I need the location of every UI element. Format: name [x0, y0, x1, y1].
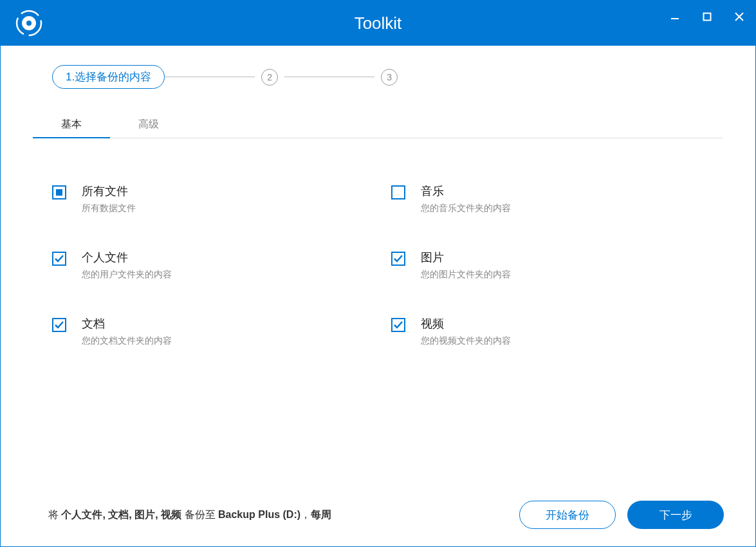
tab-advanced[interactable]: 高级	[129, 111, 168, 138]
checkbox-all-files[interactable]	[52, 185, 66, 199]
option-desc: 您的用户文件夹的内容	[82, 269, 365, 281]
checkbox-documents[interactable]	[52, 318, 66, 332]
check-icon	[54, 254, 64, 264]
option-music: 音乐 您的音乐文件夹的内容	[391, 183, 705, 214]
step-1: 1.选择备份的内容	[52, 65, 165, 89]
checkbox-videos[interactable]	[391, 318, 405, 332]
option-videos: 视频 您的视频文件夹的内容	[391, 316, 705, 347]
close-button[interactable]	[723, 1, 755, 33]
footer: 将 个人文件, 文档, 图片, 视频 备份至 Backup Plus (D:)，…	[0, 483, 756, 547]
option-documents: 文档 您的文档文件夹的内容	[52, 316, 365, 347]
step-2: 2	[261, 69, 278, 86]
indeterminate-icon	[56, 189, 62, 196]
option-title: 图片	[421, 250, 705, 265]
step-connector	[284, 77, 374, 77]
option-title: 文档	[82, 316, 365, 331]
titlebar: Toolkit	[1, 1, 755, 46]
backup-summary: 将 个人文件, 文档, 图片, 视频 备份至 Backup Plus (D:)，…	[48, 508, 508, 522]
checkbox-music[interactable]	[391, 185, 405, 199]
option-desc: 所有数据文件	[82, 203, 365, 214]
step-connector	[165, 77, 255, 77]
maximize-button[interactable]	[691, 1, 723, 33]
option-all-files: 所有文件 所有数据文件	[52, 183, 365, 214]
app-title: Toolkit	[355, 14, 402, 33]
option-desc: 您的音乐文件夹的内容	[421, 203, 705, 214]
option-title: 个人文件	[82, 250, 365, 265]
option-pictures: 图片 您的图片文件夹的内容	[391, 250, 705, 281]
tab-basic[interactable]: 基本	[52, 111, 91, 138]
next-button[interactable]: 下一步	[627, 501, 724, 529]
option-title: 视频	[421, 316, 705, 331]
check-icon	[393, 254, 403, 264]
minimize-button[interactable]	[659, 1, 691, 33]
checkbox-pictures[interactable]	[391, 252, 405, 266]
option-title: 所有文件	[82, 183, 365, 199]
option-personal-files: 个人文件 您的用户文件夹的内容	[52, 250, 365, 281]
option-title: 音乐	[421, 183, 705, 199]
check-icon	[393, 320, 403, 330]
app-logo-icon	[14, 8, 44, 39]
stepper: 1.选择备份的内容 2 3	[52, 65, 723, 89]
window-controls	[659, 1, 755, 33]
step-3: 3	[381, 69, 398, 86]
checkbox-personal-files[interactable]	[52, 252, 66, 266]
tabs: 基本 高级	[33, 111, 723, 138]
options-grid: 所有文件 所有数据文件 音乐 您的音乐文件夹的内容 个人文件 您的用户文件夹的内…	[33, 164, 723, 347]
option-desc: 您的文档文件夹的内容	[82, 335, 365, 347]
svg-point-2	[26, 21, 32, 26]
option-desc: 您的图片文件夹的内容	[421, 269, 705, 281]
option-desc: 您的视频文件夹的内容	[421, 335, 705, 347]
svg-rect-4	[704, 14, 711, 21]
start-backup-button[interactable]: 开始备份	[519, 501, 616, 529]
check-icon	[54, 320, 64, 330]
